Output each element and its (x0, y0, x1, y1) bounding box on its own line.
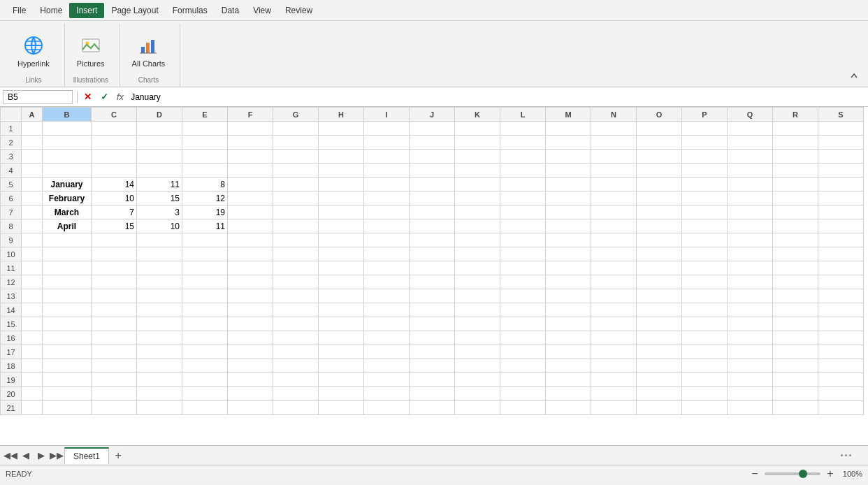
row-header-7[interactable]: 7 (1, 205, 22, 219)
cell-c5[interactable]: 14 (92, 178, 137, 191)
cell-r18[interactable] (773, 359, 818, 373)
sheet-nav-last[interactable]: ▶▶ (49, 448, 64, 463)
cell-q19[interactable] (728, 373, 773, 387)
cell-q21[interactable] (728, 401, 773, 415)
cell-i13[interactable] (364, 289, 410, 303)
cell-j2[interactable] (410, 136, 455, 150)
cell-m1[interactable] (546, 122, 591, 136)
cell-c14[interactable] (92, 303, 137, 317)
cell-p14[interactable] (682, 303, 728, 317)
cell-h2[interactable] (319, 136, 364, 150)
cell-d15[interactable] (137, 317, 182, 331)
cell-d3[interactable] (137, 150, 182, 164)
grid-wrapper[interactable]: A B C D E F G H I J K L M N O P Q (0, 107, 868, 445)
row-header-4[interactable]: 4 (1, 164, 22, 178)
cell-k6[interactable] (455, 191, 500, 205)
cell-p6[interactable] (682, 191, 728, 205)
cell-h1[interactable] (319, 122, 364, 136)
cell-p8[interactable] (682, 219, 728, 233)
cell-g15[interactable] (273, 317, 319, 331)
cell-n9[interactable] (591, 233, 637, 247)
cell-l8[interactable] (500, 219, 546, 233)
cell-l12[interactable] (500, 275, 546, 289)
formula-input[interactable] (128, 90, 865, 104)
cell-b7[interactable]: March (43, 205, 92, 219)
cell-e2[interactable] (182, 136, 228, 150)
cell-d16[interactable] (137, 331, 182, 345)
menu-home[interactable]: Home (33, 3, 69, 18)
cell-f17[interactable] (228, 345, 273, 359)
cell-s9[interactable] (818, 233, 864, 247)
cell-k9[interactable] (455, 233, 500, 247)
cell-s18[interactable] (818, 359, 864, 373)
col-header-i[interactable]: I (364, 108, 410, 122)
cell-p20[interactable] (682, 387, 728, 401)
cell-h5[interactable] (319, 178, 364, 191)
cell-g6[interactable] (273, 191, 319, 205)
cell-o19[interactable] (637, 373, 682, 387)
cell-h11[interactable] (319, 261, 364, 275)
cell-d20[interactable] (137, 387, 182, 401)
cell-r1[interactable] (773, 122, 818, 136)
cell-o18[interactable] (637, 359, 682, 373)
cell-j20[interactable] (410, 387, 455, 401)
cell-i5[interactable] (364, 178, 410, 191)
cell-h17[interactable] (319, 345, 364, 359)
cell-h20[interactable] (319, 387, 364, 401)
cell-e16[interactable] (182, 331, 228, 345)
cell-c4[interactable] (92, 164, 137, 178)
cell-j7[interactable] (410, 205, 455, 219)
cell-o9[interactable] (637, 233, 682, 247)
cell-f2[interactable] (228, 136, 273, 150)
cell-c10[interactable] (92, 247, 137, 261)
cell-s2[interactable] (818, 136, 864, 150)
cell-k5[interactable] (455, 178, 500, 191)
cell-l9[interactable] (500, 233, 546, 247)
cell-h4[interactable] (319, 164, 364, 178)
cell-p11[interactable] (682, 261, 728, 275)
cell-s4[interactable] (818, 164, 864, 178)
cell-h13[interactable] (319, 289, 364, 303)
cell-p18[interactable] (682, 359, 728, 373)
cell-a1[interactable] (22, 122, 43, 136)
cell-h19[interactable] (319, 373, 364, 387)
cell-d14[interactable] (137, 303, 182, 317)
cell-q4[interactable] (728, 164, 773, 178)
cell-o4[interactable] (637, 164, 682, 178)
cell-k2[interactable] (455, 136, 500, 150)
cell-o7[interactable] (637, 205, 682, 219)
cell-m14[interactable] (546, 303, 591, 317)
cell-c17[interactable] (92, 345, 137, 359)
cell-e9[interactable] (182, 233, 228, 247)
cell-r13[interactable] (773, 289, 818, 303)
cell-e10[interactable] (182, 247, 228, 261)
cell-d5[interactable]: 11 (137, 178, 182, 191)
cell-h8[interactable] (319, 219, 364, 233)
cell-b13[interactable] (43, 289, 92, 303)
cell-l18[interactable] (500, 359, 546, 373)
cell-e11[interactable] (182, 261, 228, 275)
cell-i8[interactable] (364, 219, 410, 233)
cell-r12[interactable] (773, 275, 818, 289)
cell-c21[interactable] (92, 401, 137, 415)
cell-n12[interactable] (591, 275, 637, 289)
cell-b16[interactable] (43, 331, 92, 345)
cell-a14[interactable] (22, 303, 43, 317)
cell-c19[interactable] (92, 373, 137, 387)
cell-q8[interactable] (728, 219, 773, 233)
cell-f4[interactable] (228, 164, 273, 178)
cell-q6[interactable] (728, 191, 773, 205)
cell-a6[interactable] (22, 191, 43, 205)
cell-j11[interactable] (410, 261, 455, 275)
cell-g10[interactable] (273, 247, 319, 261)
cell-i21[interactable] (364, 401, 410, 415)
cell-l1[interactable] (500, 122, 546, 136)
cell-p17[interactable] (682, 345, 728, 359)
cell-j14[interactable] (410, 303, 455, 317)
cell-r16[interactable] (773, 331, 818, 345)
cell-g18[interactable] (273, 359, 319, 373)
cell-l17[interactable] (500, 345, 546, 359)
cell-c2[interactable] (92, 136, 137, 150)
cell-s12[interactable] (818, 275, 864, 289)
cell-g8[interactable] (273, 219, 319, 233)
